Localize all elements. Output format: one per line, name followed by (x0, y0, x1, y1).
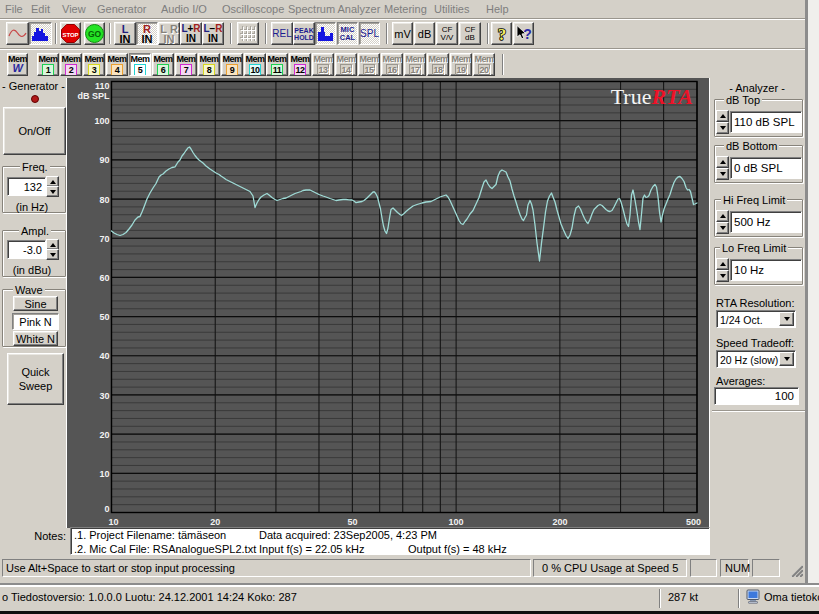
svg-text:10: 10 (99, 469, 109, 479)
svg-text:20: 20 (99, 430, 109, 440)
svg-text:STOP: STOP (62, 32, 78, 38)
svg-text:100: 100 (94, 116, 109, 126)
svg-text:60: 60 (99, 273, 109, 283)
svg-text:90: 90 (99, 155, 109, 165)
svg-text:0: 0 (104, 504, 109, 514)
svg-text:100: 100 (449, 517, 464, 527)
svg-text:30: 30 (99, 391, 109, 401)
svg-text:dB SPL: dB SPL (77, 91, 110, 101)
svg-text:10: 10 (108, 517, 118, 527)
svg-text:80: 80 (99, 195, 109, 205)
svg-text:50: 50 (99, 312, 109, 322)
svg-text:TrueRTA: TrueRTA (611, 84, 693, 109)
svg-text:500: 500 (686, 517, 701, 527)
svg-text:40: 40 (99, 351, 109, 361)
svg-text:20: 20 (210, 517, 220, 527)
svg-text:110: 110 (95, 81, 110, 91)
svg-text:200: 200 (552, 517, 567, 527)
svg-text:70: 70 (99, 234, 109, 244)
svg-text:50: 50 (347, 517, 357, 527)
svg-text:?: ? (497, 25, 506, 43)
svg-text:GO: GO (88, 29, 102, 39)
